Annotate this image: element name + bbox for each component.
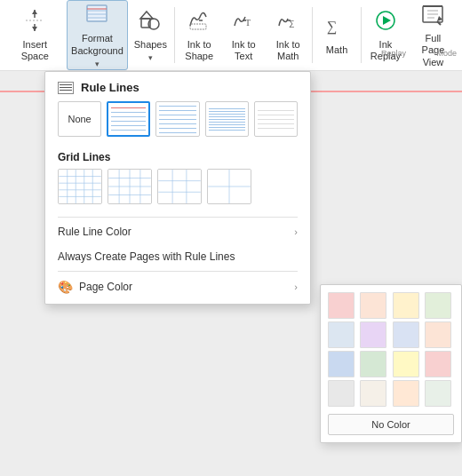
format-background-label: FormatBackground: [71, 33, 123, 56]
grid-option-medium[interactable]: [108, 169, 152, 204]
rule-option-no-lines[interactable]: [254, 101, 298, 137]
page-color-chevron: ›: [294, 282, 298, 292]
page-color-label: Page Color: [79, 281, 132, 293]
ink-to-shape-icon: [187, 8, 211, 36]
rule-option-narrow-ruled[interactable]: [205, 101, 249, 137]
replay-group-label: Replay: [381, 49, 406, 58]
color-grid: [328, 292, 454, 407]
color-swatch-12[interactable]: [328, 380, 354, 407]
no-color-button[interactable]: No Color: [328, 414, 454, 435]
ribbon-shapes[interactable]: Shapes ▾: [128, 0, 172, 70]
grid-option-large[interactable]: [157, 169, 202, 204]
svg-marker-12: [140, 12, 153, 19]
rule-option-none[interactable]: None: [58, 101, 101, 137]
xlarge-grid-svg: [208, 170, 251, 203]
shapes-label: Shapes: [134, 39, 167, 51]
ink-to-math-icon: ∑: [275, 8, 300, 36]
color-swatch-13[interactable]: [360, 380, 386, 407]
color-swatch-3[interactable]: [425, 292, 451, 319]
ribbon-format-background[interactable]: FormatBackground ▾: [67, 0, 129, 70]
page-color-item[interactable]: 🎨 Page Color ›: [45, 274, 310, 300]
always-create-pages-label: Always Create Pages with Rule Lines: [58, 250, 235, 263]
format-background-dropdown: Rule Lines None: [44, 71, 311, 305]
none-label: None: [68, 114, 91, 124]
content-area: Rule Lines None: [0, 71, 462, 476]
format-background-arrow: ▾: [95, 60, 100, 68]
svg-rect-13: [190, 24, 206, 29]
dropdown-title: Rule Lines: [81, 81, 139, 94]
grid-lines-title: Grid Lines: [45, 146, 310, 169]
rule-line-color-chevron: ›: [294, 226, 298, 237]
rule-lines-options: None: [45, 101, 310, 146]
rule-option-wide-ruled[interactable]: [107, 101, 150, 137]
color-swatch-1[interactable]: [360, 292, 386, 319]
sep3: [361, 7, 362, 63]
large-grid-svg: [158, 170, 201, 203]
narrow-ruled-preview: [206, 102, 248, 136]
svg-text:T: T: [245, 18, 251, 28]
ribbon-bar: Insert Space FormatBackground ▾ Shapes ▾: [0, 0, 462, 71]
ribbon-full-page-view[interactable]: Full PageView Mode: [408, 0, 458, 70]
svg-text:∑: ∑: [327, 19, 337, 35]
color-swatch-7[interactable]: [425, 321, 451, 348]
wide-ruled-preview: [108, 103, 148, 135]
math-label: Math: [326, 44, 347, 56]
always-create-pages-item[interactable]: Always Create Pages with Rule Lines: [45, 244, 310, 269]
svg-marker-1: [32, 10, 37, 14]
color-swatch-11[interactable]: [425, 351, 451, 377]
ink-to-math-label: Ink toMath: [276, 39, 300, 62]
dropdown-header: Rule Lines: [45, 72, 310, 101]
ribbon-ink-to-text[interactable]: T Ink toText: [221, 0, 266, 70]
page-color-content: 🎨 Page Color: [58, 280, 132, 294]
sep1: [174, 7, 175, 63]
insert-space-label: Insert Space: [11, 39, 60, 62]
divider2: [58, 271, 298, 272]
rule-line-color-label: Rule Line Color: [58, 226, 131, 238]
ink-replay-icon: [373, 8, 398, 36]
color-swatch-8[interactable]: [328, 351, 354, 377]
color-picker-panel: No Color: [320, 284, 462, 443]
svg-rect-5: [87, 5, 107, 21]
color-swatch-5[interactable]: [360, 321, 386, 348]
svg-marker-3: [32, 27, 37, 31]
page-color-icon: 🎨: [58, 280, 72, 294]
ribbon-insert-space[interactable]: Insert Space: [4, 0, 67, 70]
shapes-icon: [138, 8, 163, 36]
color-swatch-4[interactable]: [328, 321, 354, 348]
ink-to-text-icon: T: [231, 8, 256, 36]
ribbon-math[interactable]: ∑ Math: [315, 0, 359, 70]
grid-lines-options: [45, 169, 310, 215]
color-swatch-15[interactable]: [425, 380, 451, 407]
insert-space-icon: [22, 8, 47, 36]
svg-marker-24: [437, 16, 442, 21]
rule-line-color-item[interactable]: Rule Line Color ›: [45, 219, 310, 244]
ribbon-ink-to-shape[interactable]: Ink toShape: [177, 0, 221, 70]
grid-option-small[interactable]: [58, 169, 102, 204]
ribbon-ink-to-math[interactable]: ∑ Ink toMath: [266, 0, 310, 70]
color-swatch-0[interactable]: [328, 292, 354, 319]
rule-lines-header-icon: [58, 82, 74, 94]
svg-rect-26: [59, 170, 101, 203]
svg-rect-42: [158, 170, 201, 203]
ribbon-ink-replay[interactable]: InkReplay Replay: [363, 0, 408, 70]
color-swatch-6[interactable]: [393, 321, 419, 348]
grid-option-xlarge[interactable]: [207, 169, 251, 204]
sep2: [312, 7, 313, 63]
shapes-arrow: ▾: [148, 53, 153, 62]
full-page-view-icon: [420, 2, 445, 30]
mode-group-label: Mode: [436, 49, 457, 58]
college-ruled-preview: [156, 102, 198, 136]
ink-to-text-label: Ink toText: [232, 39, 256, 62]
medium-grid-svg: [108, 170, 151, 203]
color-swatch-14[interactable]: [393, 380, 419, 407]
math-icon: ∑: [324, 13, 349, 42]
rule-option-college-ruled[interactable]: [155, 101, 199, 137]
color-swatch-2[interactable]: [393, 292, 419, 319]
format-background-icon: [84, 2, 109, 30]
small-grid-svg: [59, 170, 101, 203]
color-swatch-10[interactable]: [393, 351, 419, 377]
color-swatch-9[interactable]: [360, 351, 386, 377]
no-lines-preview: [255, 102, 297, 136]
divider1: [58, 217, 298, 218]
ink-to-shape-label: Ink toShape: [185, 39, 213, 62]
